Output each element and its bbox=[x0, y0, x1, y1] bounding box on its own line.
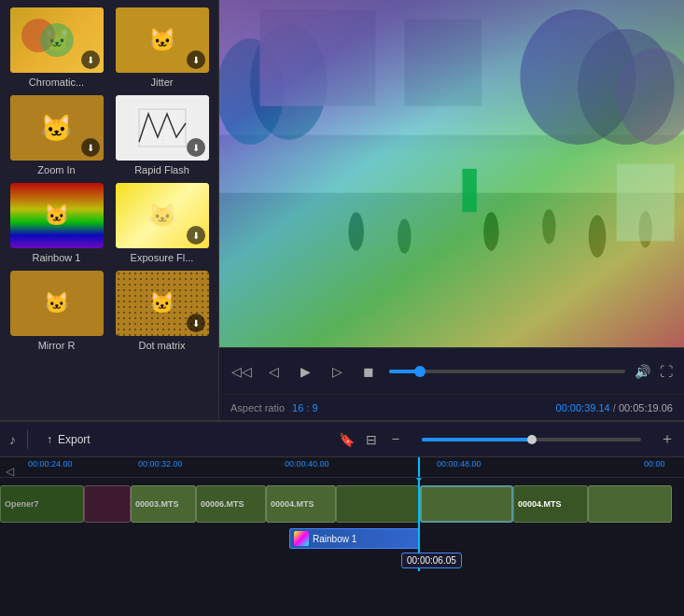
ruler-time-0: 00:00:24.00 bbox=[28, 459, 73, 469]
tooltip-time-value: 00:00:06.05 bbox=[407, 555, 456, 566]
aspect-ratio-value[interactable]: 16 : 9 bbox=[292, 402, 318, 413]
rainbow-effect-icon bbox=[294, 531, 309, 546]
progress-track[interactable] bbox=[389, 370, 625, 373]
effect-item-chromatic[interactable]: 🐱 ⬇ Chromatic... bbox=[7, 7, 105, 88]
effect-item-rapidflash[interactable]: ⬇ Rapid Flash bbox=[113, 95, 211, 175]
video-scene bbox=[219, 0, 684, 347]
timeline-tracks: Opener7 00003.MTS 00006.MTS 00004.MTS 00… bbox=[0, 478, 684, 571]
stop-button[interactable]: ◼ bbox=[357, 360, 380, 383]
clip-opener-label: Opener7 bbox=[1, 497, 43, 511]
zoom-handle[interactable] bbox=[527, 435, 537, 444]
timeline-toolbar: ♪ ↑ Export 🔖 ⊟ － ＋ bbox=[0, 422, 684, 457]
effects-grid: 🐱 ⬇ Chromatic... 🐱 ⬇ Jitter 🐱 ⬇ Zoom In bbox=[7, 7, 211, 351]
volume-icon[interactable]: 🔊 bbox=[635, 364, 650, 379]
fullscreen-icon[interactable]: ⛶ bbox=[660, 364, 673, 379]
export-label: Export bbox=[58, 433, 91, 446]
ruler-playhead bbox=[418, 457, 420, 477]
time-display: 00:00:39.14 / 00:05:19.06 bbox=[556, 402, 673, 413]
music-note-icon[interactable]: ♪ bbox=[9, 432, 16, 447]
svg-rect-5 bbox=[219, 0, 684, 135]
download-icon-zoomin[interactable]: ⬇ bbox=[81, 138, 100, 157]
effect-item-zoomin[interactable]: 🐱 ⬇ Zoom In bbox=[7, 95, 105, 175]
zoom-fill bbox=[422, 438, 531, 441]
effect-item-mirrorr[interactable]: 🐱 Mirror R bbox=[7, 271, 105, 351]
toolbar-divider-1 bbox=[27, 430, 28, 449]
svg-rect-12 bbox=[404, 20, 482, 106]
download-icon-rapidflash[interactable]: ⬇ bbox=[187, 138, 205, 157]
ruler-time-1: 00:00:32.00 bbox=[138, 459, 183, 469]
effect-track-row: Rainbow 1 00:00:06.05 bbox=[0, 526, 684, 556]
export-icon: ↑ bbox=[47, 433, 52, 446]
zoom-track[interactable] bbox=[422, 438, 641, 441]
controls-bar: ◁◁ ◁ ▶ ▷ ◼ 🔊 ⛶ bbox=[219, 347, 684, 394]
export-button[interactable]: ↑ Export bbox=[39, 429, 98, 450]
clip-pink[interactable] bbox=[84, 485, 131, 523]
video-track-row: Opener7 00003.MTS 00006.MTS 00004.MTS 00… bbox=[0, 482, 684, 526]
effect-label-chromatic: Chromatic... bbox=[29, 77, 84, 88]
clip-mts6-label: 00004.MTS bbox=[514, 497, 565, 511]
clip-opener[interactable]: Opener7 bbox=[0, 485, 84, 523]
effect-thumb-zoomin[interactable]: 🐱 ⬇ bbox=[10, 95, 104, 161]
effect-thumb-rainbow[interactable]: 🐱 bbox=[10, 183, 104, 248]
svg-point-8 bbox=[617, 49, 684, 145]
bookmark-icon[interactable]: 🔖 bbox=[339, 432, 355, 447]
ruler-time-4: 00:00 bbox=[644, 459, 665, 469]
clip-mts4-label bbox=[337, 502, 344, 506]
aspect-ratio-bar: Aspect ratio 16 : 9 00:00:39.14 / 00:05:… bbox=[219, 394, 684, 420]
ruler-time-3: 00:00:48.00 bbox=[437, 459, 482, 469]
svg-point-9 bbox=[219, 38, 284, 145]
effect-thumb-mirrorr[interactable]: 🐱 bbox=[10, 271, 104, 336]
effect-thumb-exposure[interactable]: 🐱 ⬇ bbox=[116, 183, 209, 248]
effect-thumb-chromatic[interactable]: 🐱 ⬇ bbox=[10, 7, 104, 73]
effect-item-rainbow[interactable]: 🐱 Rainbow 1 bbox=[7, 183, 105, 263]
ruler-time-2: 00:00:40.00 bbox=[285, 459, 329, 469]
effect-label-dotmatrix: Dot matrix bbox=[138, 340, 185, 351]
clip-mts5-label bbox=[422, 502, 429, 506]
clip-mts4[interactable] bbox=[336, 485, 420, 523]
clip-mts3-label: 00004.MTS bbox=[267, 497, 318, 511]
svg-point-10 bbox=[250, 24, 328, 140]
effect-label-rapidflash: Rapid Flash bbox=[134, 164, 189, 175]
effect-label-zoomin: Zoom In bbox=[37, 164, 75, 175]
video-preview bbox=[219, 0, 684, 347]
effect-label-jitter: Jitter bbox=[151, 77, 174, 88]
indicator-icon: ◁ bbox=[6, 465, 14, 478]
clip-mts3[interactable]: 00004.MTS bbox=[266, 485, 336, 523]
clip-mts2[interactable]: 00006.MTS bbox=[196, 485, 266, 523]
back-button[interactable]: ◁ bbox=[262, 360, 285, 383]
svg-rect-22 bbox=[617, 164, 675, 242]
progress-handle[interactable] bbox=[414, 366, 426, 377]
play-button[interactable]: ▶ bbox=[294, 360, 316, 383]
time-total: 00:05:19.06 bbox=[619, 402, 673, 413]
timeline-panel: ♪ ↑ Export 🔖 ⊟ － ＋ 00:00:24.00 00:00:32.… bbox=[0, 420, 684, 616]
download-icon-chromatic[interactable]: ⬇ bbox=[81, 50, 100, 69]
timeline-ruler: 00:00:24.00 00:00:32.00 00:00:40.00 00:0… bbox=[0, 457, 684, 478]
minus-square-icon[interactable]: ⊟ bbox=[366, 432, 377, 447]
effect-item-jitter[interactable]: 🐱 ⬇ Jitter bbox=[113, 7, 211, 88]
clip-mts6[interactable]: 00004.MTS bbox=[513, 485, 588, 523]
clip-mts1[interactable]: 00003.MTS bbox=[131, 485, 196, 523]
download-icon-dotmatrix[interactable]: ⬇ bbox=[187, 314, 205, 332]
clip-mts5[interactable] bbox=[420, 485, 513, 523]
effect-label-mirrorr: Mirror R bbox=[38, 340, 76, 351]
zoom-out-icon[interactable]: － bbox=[388, 429, 403, 449]
zoom-in-icon[interactable]: ＋ bbox=[660, 429, 675, 449]
effect-label-exposure: Exposure Fl... bbox=[131, 252, 194, 263]
effect-label-rainbow: Rainbow 1 bbox=[33, 252, 81, 263]
svg-rect-11 bbox=[259, 9, 375, 105]
effect-thumb-jitter[interactable]: 🐱 ⬇ bbox=[116, 7, 209, 73]
effect-item-exposure[interactable]: 🐱 ⬇ Exposure Fl... bbox=[113, 183, 211, 263]
step-back-button[interactable]: ◁◁ bbox=[230, 360, 253, 383]
aspect-ratio-label: Aspect ratio bbox=[230, 402, 285, 413]
clip-mts1-label: 00003.MTS bbox=[132, 497, 183, 511]
download-icon-jitter[interactable]: ⬇ bbox=[187, 50, 205, 69]
effect-item-dotmatrix[interactable]: 🐱 ⬇ Dot matrix bbox=[113, 271, 211, 351]
rainbow-effect-clip[interactable]: Rainbow 1 bbox=[289, 528, 420, 549]
forward-button[interactable]: ▷ bbox=[326, 360, 348, 383]
video-preview-panel: ◁◁ ◁ ▶ ▷ ◼ 🔊 ⛶ Aspect ratio 16 : 9 00:00… bbox=[219, 0, 684, 420]
effect-thumb-rapidflash[interactable]: ⬇ bbox=[116, 95, 209, 161]
download-icon-exposure[interactable]: ⬇ bbox=[187, 226, 205, 245]
effect-thumb-dotmatrix[interactable]: 🐱 ⬇ bbox=[116, 271, 209, 336]
svg-rect-21 bbox=[462, 169, 477, 213]
clip-mts7[interactable] bbox=[588, 485, 672, 523]
